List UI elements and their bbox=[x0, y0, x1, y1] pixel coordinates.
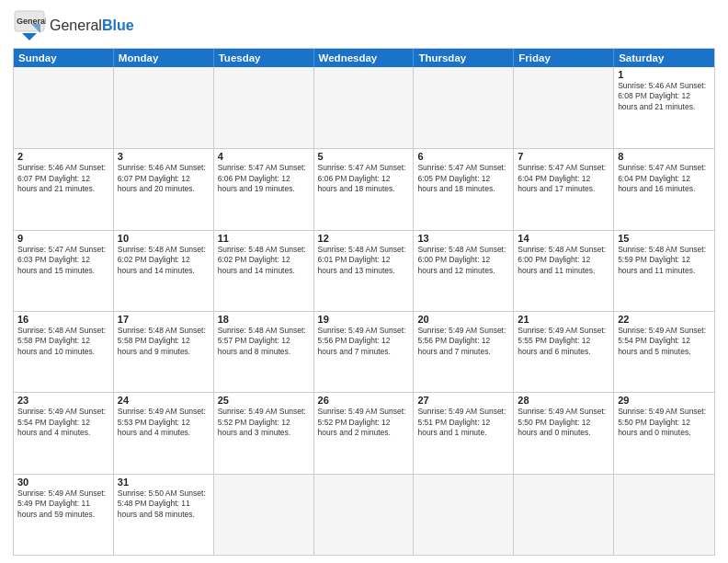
day-cell: 5Sunrise: 5:47 AM Sunset: 6:06 PM Daylig… bbox=[314, 149, 415, 229]
calendar-row: 16Sunrise: 5:48 AM Sunset: 5:58 PM Dayli… bbox=[14, 311, 714, 392]
empty-cell bbox=[14, 67, 114, 148]
day-header: Sunday bbox=[14, 49, 114, 67]
day-number: 22 bbox=[618, 314, 711, 325]
svg-marker-3 bbox=[22, 33, 37, 40]
day-info: Sunrise: 5:47 AM Sunset: 6:04 PM Dayligh… bbox=[518, 163, 609, 194]
day-number: 6 bbox=[417, 151, 509, 162]
day-cell: 23Sunrise: 5:49 AM Sunset: 5:54 PM Dayli… bbox=[14, 393, 114, 473]
day-header: Monday bbox=[114, 49, 214, 67]
day-cell: 16Sunrise: 5:48 AM Sunset: 5:58 PM Dayli… bbox=[14, 312, 114, 392]
day-info: Sunrise: 5:48 AM Sunset: 6:02 PM Dayligh… bbox=[118, 245, 210, 276]
day-info: Sunrise: 5:48 AM Sunset: 5:59 PM Dayligh… bbox=[618, 245, 711, 276]
day-number: 2 bbox=[17, 151, 109, 162]
day-info: Sunrise: 5:47 AM Sunset: 6:06 PM Dayligh… bbox=[218, 163, 310, 194]
day-cell: 10Sunrise: 5:48 AM Sunset: 6:02 PM Dayli… bbox=[114, 231, 214, 311]
day-header: Friday bbox=[514, 49, 614, 67]
empty-cell bbox=[414, 475, 514, 555]
empty-cell bbox=[614, 475, 714, 555]
day-cell: 3Sunrise: 5:46 AM Sunset: 6:07 PM Daylig… bbox=[114, 149, 214, 229]
day-cell: 8Sunrise: 5:47 AM Sunset: 6:04 PM Daylig… bbox=[614, 149, 714, 229]
day-info: Sunrise: 5:48 AM Sunset: 6:00 PM Dayligh… bbox=[518, 245, 609, 276]
calendar-row: 23Sunrise: 5:49 AM Sunset: 5:54 PM Dayli… bbox=[14, 392, 714, 473]
day-info: Sunrise: 5:47 AM Sunset: 6:06 PM Dayligh… bbox=[318, 163, 410, 194]
empty-cell bbox=[114, 67, 214, 148]
day-number: 20 bbox=[417, 314, 509, 325]
empty-cell bbox=[214, 67, 314, 148]
svg-text:General: General bbox=[17, 17, 46, 26]
day-number: 10 bbox=[118, 233, 210, 244]
day-info: Sunrise: 5:48 AM Sunset: 5:58 PM Dayligh… bbox=[17, 326, 109, 357]
day-cell: 2Sunrise: 5:46 AM Sunset: 6:07 PM Daylig… bbox=[14, 149, 114, 229]
day-info: Sunrise: 5:49 AM Sunset: 5:52 PM Dayligh… bbox=[218, 407, 310, 438]
day-number: 13 bbox=[417, 233, 509, 244]
day-info: Sunrise: 5:49 AM Sunset: 5:51 PM Dayligh… bbox=[417, 407, 509, 438]
day-cell: 18Sunrise: 5:48 AM Sunset: 5:57 PM Dayli… bbox=[214, 312, 314, 392]
day-cell: 20Sunrise: 5:49 AM Sunset: 5:56 PM Dayli… bbox=[414, 312, 514, 392]
calendar-row: 1Sunrise: 5:46 AM Sunset: 6:08 PM Daylig… bbox=[14, 67, 714, 148]
logo-general-text: General bbox=[50, 17, 102, 33]
empty-cell bbox=[314, 67, 415, 148]
logo-svg: General bbox=[13, 9, 46, 42]
calendar-body: 1Sunrise: 5:46 AM Sunset: 6:08 PM Daylig… bbox=[14, 67, 714, 555]
day-info: Sunrise: 5:50 AM Sunset: 5:48 PM Dayligh… bbox=[118, 488, 210, 520]
logo-blue-text: Blue bbox=[102, 17, 134, 33]
day-info: Sunrise: 5:49 AM Sunset: 5:53 PM Dayligh… bbox=[118, 407, 210, 438]
day-info: Sunrise: 5:48 AM Sunset: 6:00 PM Dayligh… bbox=[417, 245, 509, 276]
empty-cell bbox=[214, 475, 314, 555]
day-info: Sunrise: 5:48 AM Sunset: 5:57 PM Dayligh… bbox=[218, 326, 310, 357]
day-info: Sunrise: 5:49 AM Sunset: 5:49 PM Dayligh… bbox=[17, 488, 109, 520]
day-info: Sunrise: 5:49 AM Sunset: 5:54 PM Dayligh… bbox=[618, 326, 711, 357]
day-number: 7 bbox=[518, 151, 609, 162]
day-cell: 30Sunrise: 5:49 AM Sunset: 5:49 PM Dayli… bbox=[14, 475, 114, 555]
day-number: 21 bbox=[518, 314, 609, 325]
day-number: 9 bbox=[17, 233, 109, 244]
day-number: 15 bbox=[618, 233, 711, 244]
day-number: 24 bbox=[118, 395, 210, 406]
day-number: 3 bbox=[118, 151, 210, 162]
day-info: Sunrise: 5:48 AM Sunset: 6:02 PM Dayligh… bbox=[218, 245, 310, 276]
day-number: 25 bbox=[218, 395, 310, 406]
day-number: 18 bbox=[218, 314, 310, 325]
day-info: Sunrise: 5:49 AM Sunset: 5:56 PM Dayligh… bbox=[417, 326, 509, 357]
day-cell: 13Sunrise: 5:48 AM Sunset: 6:00 PM Dayli… bbox=[414, 231, 514, 311]
logo: General GeneralBlue bbox=[13, 9, 134, 42]
day-cell: 22Sunrise: 5:49 AM Sunset: 5:54 PM Dayli… bbox=[614, 312, 714, 392]
day-number: 4 bbox=[218, 151, 310, 162]
day-number: 11 bbox=[218, 233, 310, 244]
day-info: Sunrise: 5:49 AM Sunset: 5:54 PM Dayligh… bbox=[17, 407, 109, 438]
day-info: Sunrise: 5:47 AM Sunset: 6:04 PM Dayligh… bbox=[618, 163, 711, 194]
day-cell: 1Sunrise: 5:46 AM Sunset: 6:08 PM Daylig… bbox=[614, 67, 714, 148]
day-cell: 29Sunrise: 5:49 AM Sunset: 5:50 PM Dayli… bbox=[614, 393, 714, 473]
day-info: Sunrise: 5:47 AM Sunset: 6:05 PM Dayligh… bbox=[417, 163, 509, 194]
day-info: Sunrise: 5:48 AM Sunset: 6:01 PM Dayligh… bbox=[318, 245, 410, 276]
day-number: 27 bbox=[417, 395, 509, 406]
day-number: 31 bbox=[118, 477, 210, 488]
day-cell: 31Sunrise: 5:50 AM Sunset: 5:48 PM Dayli… bbox=[114, 475, 214, 555]
day-info: Sunrise: 5:48 AM Sunset: 5:58 PM Dayligh… bbox=[118, 326, 210, 357]
day-info: Sunrise: 5:47 AM Sunset: 6:03 PM Dayligh… bbox=[17, 245, 109, 276]
day-cell: 9Sunrise: 5:47 AM Sunset: 6:03 PM Daylig… bbox=[14, 231, 114, 311]
day-info: Sunrise: 5:46 AM Sunset: 6:07 PM Dayligh… bbox=[17, 163, 109, 194]
calendar-row: 2Sunrise: 5:46 AM Sunset: 6:07 PM Daylig… bbox=[14, 148, 714, 229]
day-info: Sunrise: 5:49 AM Sunset: 5:50 PM Dayligh… bbox=[518, 407, 609, 438]
empty-cell bbox=[514, 67, 614, 148]
day-number: 5 bbox=[318, 151, 410, 162]
calendar: SundayMondayTuesdayWednesdayThursdayFrid… bbox=[13, 48, 715, 556]
day-header: Thursday bbox=[414, 49, 514, 67]
day-cell: 6Sunrise: 5:47 AM Sunset: 6:05 PM Daylig… bbox=[414, 149, 514, 229]
day-info: Sunrise: 5:49 AM Sunset: 5:52 PM Dayligh… bbox=[318, 407, 410, 438]
day-header: Tuesday bbox=[214, 49, 314, 67]
day-number: 30 bbox=[17, 477, 109, 488]
day-number: 26 bbox=[318, 395, 410, 406]
empty-cell bbox=[314, 475, 415, 555]
day-cell: 12Sunrise: 5:48 AM Sunset: 6:01 PM Dayli… bbox=[314, 231, 415, 311]
day-cell: 26Sunrise: 5:49 AM Sunset: 5:52 PM Dayli… bbox=[314, 393, 415, 473]
page: General GeneralBlue SundayMondayTuesdayW… bbox=[0, 0, 728, 563]
empty-cell bbox=[514, 475, 614, 555]
day-number: 16 bbox=[17, 314, 109, 325]
day-info: Sunrise: 5:49 AM Sunset: 5:50 PM Dayligh… bbox=[618, 407, 711, 438]
day-cell: 15Sunrise: 5:48 AM Sunset: 5:59 PM Dayli… bbox=[614, 231, 714, 311]
day-number: 14 bbox=[518, 233, 609, 244]
day-number: 8 bbox=[618, 151, 711, 162]
day-info: Sunrise: 5:46 AM Sunset: 6:08 PM Dayligh… bbox=[618, 81, 711, 112]
